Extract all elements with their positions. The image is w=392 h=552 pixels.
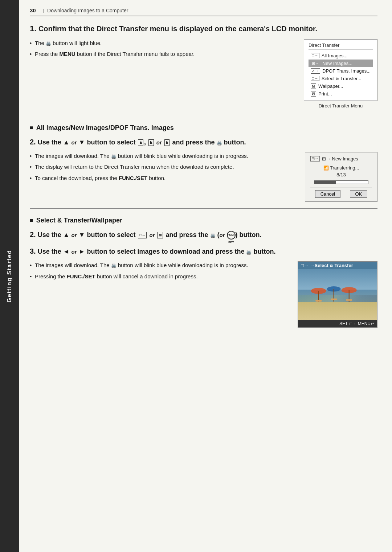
menu-icon-dpof: ✓→ [311,68,320,74]
step-1-heading: 1. Confirm that the Direct Transfer menu… [30,24,377,34]
or-text-5: or [220,232,225,238]
step-3-number: 3. [30,247,36,255]
or-text-1: or [72,139,77,146]
menu-label-select: Select & Transfer... [322,76,362,81]
divider-2 [30,208,377,209]
camera-icon-6: 🖨️ [111,262,117,269]
select-screen-footer: SET □→ MENU↩ [298,320,377,327]
camera-icon-4: 🖨️ [210,233,216,239]
menu-icon-print: ⊠ [311,91,316,97]
menu-item-print: ⊠ Print... [309,90,373,98]
wifi-icon: 📶 [323,165,329,171]
ok-button[interactable]: OK [350,190,368,198]
step-1-heading-text: Confirm that the Direct Transfer menu is… [38,25,317,33]
icon-wallpaper-2b: ⊠ [157,232,163,238]
step-2b-heading: 2. Use the ▲ or ▼ button to select □→ or… [30,229,377,240]
menu-label-new: New Images... [322,61,352,66]
step-3-bullet-2: Pressing the FUNC./SET button will cance… [30,273,287,281]
func-set-text-2: FUNC./SET [67,273,95,279]
step-2-bullets: The images will download. The 🖨️ button … [30,152,294,183]
progress-fill [314,181,336,184]
up-arrow-2b: ▲ [63,231,70,238]
step-3-bullets: The images will download. The 🖨️ button … [30,261,287,281]
select-header-text: →Select & Transfer [310,263,353,268]
menu-item-wallpaper: ⊠ Wallpaper... [309,82,373,90]
screen-title: Direct Transfer [309,42,373,50]
icon-e3: E [164,139,170,146]
camera-icon-2: 🖨️ [217,140,222,146]
func-set-icon: FUNCSET [227,231,236,240]
header-divider: | [43,8,44,13]
step-3-content: The images will download. The 🖨️ button … [30,261,377,328]
screen-caption: Direct Transfer Menu [304,103,377,109]
menu-icon-all: □→ [311,53,319,58]
transfer-buttons: Cancel OK [310,188,372,198]
func-set-inner: FUNCSET [228,233,236,244]
menu-label-wallpaper: Wallpaper... [318,83,343,89]
up-arrow-icon: ▲ [63,139,70,146]
footer-icon: □→ [349,321,356,326]
transfer-screen-container: ⊞→ ⊞→ New Images 📶 Transferring... 8/13 … [305,152,377,202]
step-1-content: The 🖨️ button will light blue. Press the… [30,39,377,109]
main-content: 30 | Downloading Images to a Computer 1.… [19,0,392,349]
svg-rect-7 [331,299,337,300]
menu-text: MENU [60,51,75,57]
sidebar: Getting Started [0,0,19,552]
step-2-bullet-2: The display will return to the Direct Tr… [30,163,294,171]
step-1-text: The 🖨️ button will light blue. Press the… [30,39,293,61]
menu-item-all: □→ All Images... [309,52,373,60]
menu-item-dpof: ✓→ DPOF Trans. Images... [309,67,373,75]
step-3-container: 3. Use the ◄ or ► button to select image… [30,246,377,328]
beach-svg-decoration [306,279,369,310]
select-header-icon: □→ [301,263,309,268]
menu-icon-select: □→ [311,76,319,81]
select-screen-container: □→ →Select & Transfer [298,261,377,328]
menu-icon-new: ⊞→ [311,61,320,66]
or-text-4: or [149,232,155,238]
icon-e2: E [148,139,154,146]
step-2b-number: 2. [30,230,36,238]
step-1-screen-container: Direct Transfer □→ All Images... ⊞→ New … [304,39,377,109]
step-2-text: The images will download. The 🖨️ button … [30,152,294,185]
step-1-number: 1. [30,24,36,33]
step-2-bullet-1: The images will download. The 🖨️ button … [30,152,294,160]
svg-rect-8 [346,299,352,301]
transfer-count: 8/13 [310,172,372,177]
progress-bar [314,180,368,184]
camera-icon-1: 🖨️ [46,40,51,47]
camera-icon-3: 🖨️ [111,153,117,160]
divider-1 [30,116,377,116]
footer-set: SET [339,321,348,326]
down-arrow-icon: ▼ [79,139,85,146]
step-1-bullets: The 🖨️ button will light blue. Press the… [30,39,293,58]
camera-icon-5: 🖨️ [246,249,252,255]
select-screen-header: □→ →Select & Transfer [298,262,377,269]
right-arrow-3: ► [79,248,85,255]
down-arrow-2b: ▼ [79,231,85,238]
or-text-3: or [72,232,77,238]
menu-item-select: □→ Select & Transfer... [309,75,373,82]
transfer-header-text: ⊞→ New Images [322,156,358,161]
menu-label-all: All Images... [322,53,348,58]
menu-item-new[interactable]: ⊞→ New Images... [309,60,373,67]
step-2-heading: 2. Use the ▲ or ▼ button to select E, E … [30,137,377,147]
transfer-header-icon: ⊞→ [310,156,320,161]
step-3-bullet-1: The images will download. The 🖨️ button … [30,261,287,270]
bullet-1: The 🖨️ button will light blue. [30,39,293,48]
func-set-text: FUNC./SET [119,175,147,181]
step-2-bullet-3: To cancel the download, press the FUNC./… [30,174,294,183]
icon-e1: E [138,139,143,146]
transfer-screen-header: ⊞→ ⊞→ New Images [310,156,372,161]
step-1-container: 1. Confirm that the Direct Transfer menu… [30,24,377,109]
step-3-heading: 3. Use the ◄ or ► button to select image… [30,246,377,256]
transfer-screen: ⊞→ ⊞→ New Images 📶 Transferring... 8/13 … [305,152,377,202]
step-2b-container: 2. Use the ▲ or ▼ button to select □→ or… [30,229,377,240]
bullet-2: Press the MENU button if the Direct Tran… [30,50,293,58]
page-number: 30 [30,7,36,13]
select-transfer-screen: □→ →Select & Transfer [298,261,377,328]
step-2-number: 2. [30,138,36,146]
icon-select-2b: □→ [138,232,147,238]
sidebar-label: Getting Started [6,250,13,303]
footer-menu: MENU↩ [358,321,374,326]
cancel-button[interactable]: Cancel [315,190,340,198]
